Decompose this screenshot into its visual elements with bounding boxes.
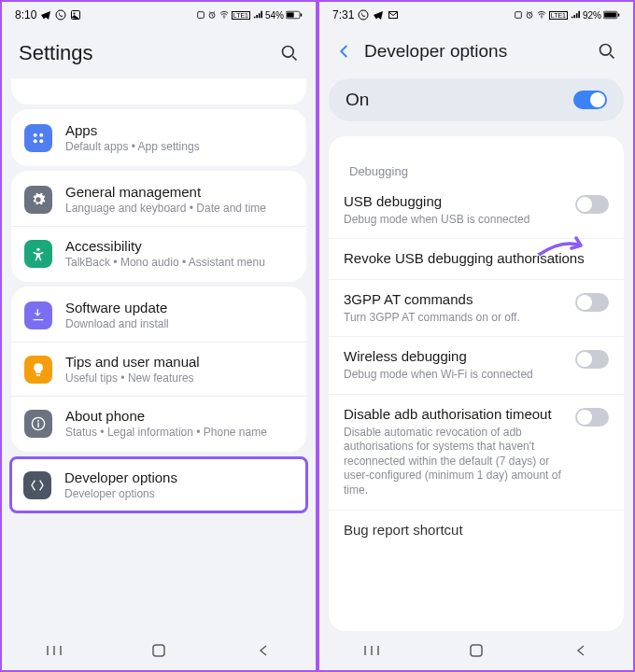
row-title: Accessibility — [65, 238, 293, 254]
page-title: Settings — [19, 41, 93, 65]
nav-home[interactable] — [146, 642, 172, 659]
card-partial-top — [329, 136, 624, 155]
svg-point-13 — [39, 139, 43, 143]
item-sub: Debug mode when USB is connected — [344, 213, 564, 228]
back-icon[interactable] — [336, 43, 353, 60]
row-title: Apps — [65, 122, 293, 138]
status-battery-pct: 92% — [583, 10, 601, 21]
svg-point-11 — [39, 133, 43, 136]
master-toggle[interactable] — [573, 91, 607, 109]
status-bar: 7:31 LTE1 92% — [319, 2, 633, 28]
nfc-icon — [514, 10, 523, 20]
search-icon[interactable] — [598, 42, 616, 61]
gear-icon — [31, 192, 46, 207]
item-wireless-debugging[interactable]: Wireless debugging Debug mode when Wi-Fi… — [329, 336, 624, 393]
settings-scroll[interactable]: Apps Default apps • App settings General… — [2, 78, 316, 631]
svg-point-14 — [36, 247, 39, 250]
accessibility-icon — [31, 246, 46, 261]
nfc-icon — [196, 10, 205, 20]
nav-recent[interactable] — [359, 642, 385, 659]
developer-icon — [30, 478, 45, 493]
row-sub: Language and keyboard • Date and time — [65, 202, 293, 215]
wifi-icon — [219, 10, 230, 20]
alarm-icon — [207, 10, 217, 20]
nav-recent[interactable] — [41, 642, 67, 659]
item-title: Revoke USB debugging authorisations — [344, 250, 609, 268]
item-title: Wireless debugging — [344, 348, 564, 366]
item-disable-adb-timeout[interactable]: Disable adb authorisation timeout Disabl… — [329, 394, 624, 510]
telegram-icon — [40, 9, 51, 21]
svg-point-23 — [541, 17, 542, 18]
row-title: Developer options — [64, 469, 294, 485]
card-partial-top — [11, 78, 306, 105]
battery-icon — [286, 10, 303, 20]
signal-icon — [570, 10, 581, 20]
row-sub: Default apps • App settings — [65, 140, 293, 153]
item-title: Disable adb authorisation timeout — [344, 406, 564, 424]
item-3gpp-at[interactable]: 3GPP AT commands Turn 3GPP AT commands o… — [329, 279, 624, 336]
svg-point-27 — [600, 45, 612, 56]
toggle-3gpp[interactable] — [575, 293, 609, 312]
svg-rect-17 — [37, 422, 38, 427]
page-title: Developer options — [364, 41, 507, 62]
item-title: USB debugging — [344, 193, 564, 211]
row-title: Software update — [65, 300, 293, 315]
settings-row-developer-options[interactable]: Developer options Developer options — [12, 459, 305, 511]
nav-home[interactable] — [463, 642, 489, 659]
svg-rect-25 — [604, 12, 616, 17]
svg-point-0 — [56, 10, 65, 20]
settings-group-general: General management Language and keyboard… — [11, 171, 306, 282]
search-icon[interactable] — [280, 44, 299, 63]
settings-row-tips[interactable]: Tips and user manual Useful tips • New f… — [11, 342, 306, 396]
status-battery-pct: 54% — [265, 10, 284, 21]
whatsapp-icon — [358, 9, 369, 21]
svg-rect-8 — [301, 14, 303, 17]
row-sub: Status • Legal information • Phone name — [65, 426, 293, 439]
highlight-developer-options: Developer options Developer options — [9, 456, 308, 513]
status-time: 7:31 — [332, 8, 354, 21]
svg-rect-18 — [153, 645, 164, 656]
status-net: LTE1 — [232, 11, 250, 20]
item-sub: Turn 3GPP AT commands on or off. — [344, 311, 564, 326]
row-sub: Useful tips • New features — [65, 371, 293, 385]
svg-rect-26 — [618, 14, 620, 17]
header: Developer options — [319, 28, 633, 75]
nav-back[interactable] — [568, 642, 594, 659]
apps-icon — [31, 131, 46, 146]
item-title: Bug report shortcut — [344, 522, 609, 539]
status-time: 8:10 — [15, 8, 36, 21]
svg-point-12 — [34, 139, 37, 143]
item-title: 3GPP AT commands — [344, 291, 564, 309]
master-toggle-bar[interactable]: On — [329, 78, 624, 121]
svg-rect-21 — [515, 12, 521, 19]
item-revoke-usb[interactable]: Revoke USB debugging authorisations — [329, 238, 624, 279]
toggle-wireless[interactable] — [575, 350, 609, 369]
svg-point-2 — [74, 13, 76, 15]
row-sub: Download and install — [65, 317, 293, 330]
item-usb-debugging[interactable]: USB debugging Debug mode when USB is con… — [329, 182, 624, 238]
telegram-icon — [373, 9, 384, 21]
settings-row-about-phone[interactable]: About phone Status • Legal information •… — [11, 396, 306, 450]
settings-row-accessibility[interactable]: Accessibility TalkBack • Mono audio • As… — [11, 226, 306, 280]
nav-bar — [2, 631, 316, 670]
whatsapp-icon — [55, 9, 66, 21]
master-toggle-label: On — [346, 90, 369, 110]
info-icon — [31, 416, 46, 431]
settings-row-apps[interactable]: Apps Default apps • App settings — [11, 111, 306, 164]
item-bug-report-shortcut[interactable]: Bug report shortcut — [329, 510, 624, 551]
row-sub: TalkBack • Mono audio • Assistant menu — [65, 256, 293, 269]
tips-icon — [31, 362, 46, 377]
row-title: Tips and user manual — [65, 354, 293, 370]
row-title: General management — [65, 184, 293, 200]
status-bar: 8:10 LTE1 54% — [2, 2, 316, 28]
toggle-adb-timeout[interactable] — [575, 408, 609, 427]
battery-icon — [603, 10, 620, 20]
signal-icon — [252, 10, 263, 20]
image-icon — [70, 9, 81, 21]
settings-row-software-update[interactable]: Software update Download and install — [11, 288, 306, 342]
settings-row-general-management[interactable]: General management Language and keyboard… — [11, 173, 306, 226]
toggle-usb-debugging[interactable] — [575, 195, 609, 214]
nav-back[interactable] — [250, 642, 276, 659]
update-icon — [31, 308, 46, 323]
debugging-list[interactable]: USB debugging Debug mode when USB is con… — [329, 182, 624, 631]
